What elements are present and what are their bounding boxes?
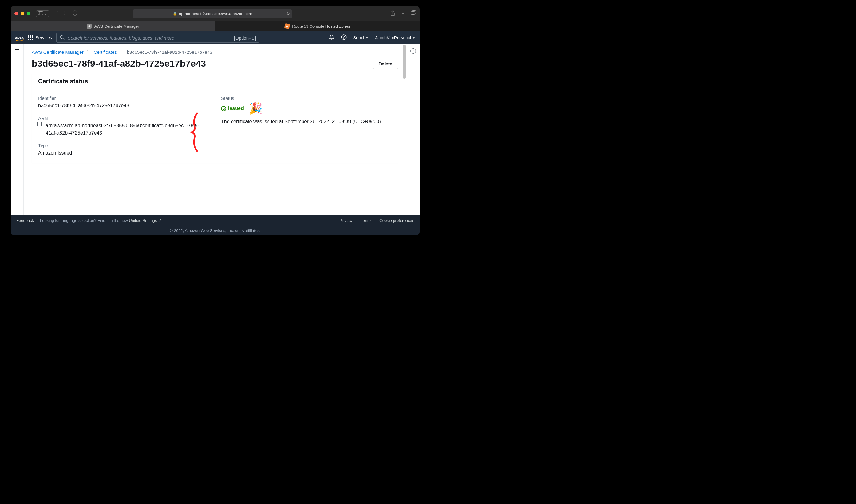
right-help-rail: i	[406, 44, 420, 215]
tab-favicon-acm: A	[87, 24, 92, 29]
breadcrumb-root[interactable]: AWS Certificate Manager	[32, 50, 84, 55]
delete-button[interactable]: Delete	[373, 59, 398, 69]
svg-line-5	[63, 38, 65, 40]
window-controls	[15, 12, 31, 15]
maximize-window-button[interactable]	[27, 12, 31, 15]
content-area: ☰ AWS Certificate Manager 〉 Certificates…	[11, 44, 420, 215]
identifier-label: Identifier	[38, 95, 209, 101]
feedback-link[interactable]: Feedback	[16, 218, 34, 223]
chevron-right-icon: 〉	[120, 49, 124, 55]
tab-overview-button[interactable]	[411, 11, 416, 17]
aws-top-nav: aws Services Search for services, featur…	[11, 31, 420, 44]
svg-point-4	[60, 35, 63, 38]
url-host: ap-northeast-2.console.aws.amazon.com	[179, 11, 252, 16]
region-selector[interactable]: Seoul▼	[353, 35, 369, 40]
close-window-button[interactable]	[15, 12, 18, 15]
certificate-status-panel: Certificate status Identifier b3d65ec1-7…	[32, 73, 398, 163]
status-value: Issued	[228, 106, 244, 111]
svg-rect-0	[38, 11, 43, 15]
breadcrumb-current: b3d65ec1-78f9-41af-a82b-4725e17b7e43	[127, 50, 212, 55]
aws-search-input[interactable]: Search for services, features, blogs, do…	[56, 33, 259, 43]
breadcrumb-section[interactable]: Certificates	[94, 50, 117, 55]
tab-favicon-r53: ◆	[284, 23, 290, 29]
external-link-icon: ↗	[158, 218, 161, 223]
right-column: Status Issued 🎉 The certificate was issu…	[221, 95, 392, 157]
title-row: b3d65ec1-78f9-41af-a82b-4725e17b7e43 Del…	[32, 58, 398, 69]
lock-icon: 🔒	[173, 12, 177, 16]
scrollbar-thumb[interactable]	[403, 45, 406, 79]
browser-toolbar: ⌄ 〈 〉 🔒 ap-northeast-2.console.aws.amazo…	[11, 6, 420, 21]
tab-acm[interactable]: A AWS Certificate Manager	[11, 21, 215, 31]
search-icon	[60, 35, 65, 41]
status-label: Status	[221, 95, 392, 101]
arn-value: arn:aws:acm:ap-northeast-2:765355018960:…	[46, 122, 209, 137]
new-tab-button[interactable]: ＋	[400, 11, 405, 17]
sidebar-toggle-button[interactable]: ⌄	[36, 11, 49, 17]
search-placeholder: Search for services, features, blogs, do…	[68, 35, 174, 40]
notifications-button[interactable]	[329, 34, 334, 41]
info-icon[interactable]: i	[410, 48, 416, 54]
safari-window: ⌄ 〈 〉 🔒 ap-northeast-2.console.aws.amazo…	[11, 6, 420, 235]
chevron-right-icon: 〉	[87, 49, 91, 55]
success-check-icon	[221, 106, 226, 111]
identifier-value: b3d65ec1-78f9-41af-a82b-4725e17b7e43	[38, 102, 209, 109]
lang-prompt: Looking for language selection? Find it …	[40, 218, 161, 223]
status-description: The certificate was issued at September …	[221, 118, 392, 125]
svg-rect-3	[411, 11, 415, 15]
main-content: AWS Certificate Manager 〉 Certificates 〉…	[24, 44, 406, 215]
back-button[interactable]: 〈	[52, 10, 60, 17]
left-column: Identifier b3d65ec1-78f9-41af-a82b-4725e…	[38, 95, 209, 157]
aws-logo[interactable]: aws	[15, 35, 24, 41]
reload-button[interactable]: ↻	[287, 11, 290, 16]
privacy-link[interactable]: Privacy	[339, 218, 353, 223]
left-sidebar-rail: ☰	[11, 44, 24, 215]
search-shortcut: [Option+S]	[234, 35, 256, 40]
unified-settings-link[interactable]: Unified Settings↗	[129, 218, 161, 223]
page-title: b3d65ec1-78f9-41af-a82b-4725e17b7e43	[32, 58, 206, 69]
copyright-bar: © 2022, Amazon Web Services, Inc. or its…	[11, 226, 420, 235]
cookie-prefs-link[interactable]: Cookie preferences	[379, 218, 414, 223]
console-footer: Feedback Looking for language selection?…	[11, 215, 420, 226]
tab-route53[interactable]: ◆ Route 53 Console Hosted Zones	[215, 21, 420, 31]
minimize-window-button[interactable]	[21, 12, 24, 15]
services-grid-icon	[28, 35, 33, 40]
tab-label: Route 53 Console Hosted Zones	[292, 24, 350, 29]
arn-label: ARN	[38, 115, 209, 121]
browser-tabs: A AWS Certificate Manager ◆ Route 53 Con…	[11, 21, 420, 31]
annotation-bracket	[190, 112, 199, 152]
account-menu[interactable]: JacobKimPersonal▼	[375, 35, 415, 40]
terms-link[interactable]: Terms	[361, 218, 371, 223]
address-bar[interactable]: 🔒 ap-northeast-2.console.aws.amazon.com …	[132, 9, 292, 18]
copy-arn-button[interactable]	[38, 123, 43, 128]
services-label: Services	[35, 35, 52, 40]
help-button[interactable]	[341, 34, 346, 41]
party-popper-icon: 🎉	[249, 102, 263, 115]
privacy-shield-icon[interactable]	[73, 11, 77, 17]
tab-label: AWS Certificate Manager	[94, 24, 139, 29]
breadcrumb: AWS Certificate Manager 〉 Certificates 〉…	[32, 49, 398, 55]
type-value: Amazon Issued	[38, 149, 209, 157]
panel-header: Certificate status	[32, 73, 398, 89]
type-label: Type	[38, 143, 209, 148]
sidebar-expand-button[interactable]: ☰	[15, 48, 20, 54]
forward-button[interactable]: 〉	[62, 10, 70, 17]
services-menu-button[interactable]: Services	[28, 35, 52, 40]
share-button[interactable]	[391, 11, 395, 17]
